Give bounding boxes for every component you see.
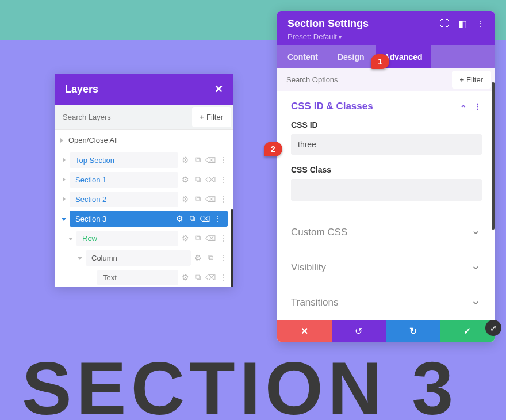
layer-item-text[interactable]: Text bbox=[55, 268, 233, 287]
more-icon[interactable] bbox=[218, 253, 228, 262]
gear-icon[interactable] bbox=[175, 214, 184, 223]
more-icon[interactable] bbox=[218, 234, 228, 243]
css-id-label: CSS ID bbox=[291, 120, 482, 129]
settings-body: CSS ID & Classes CSS ID CSS Class bbox=[277, 91, 494, 215]
layer-label: Row bbox=[76, 231, 178, 246]
chevron-down-icon bbox=[471, 296, 481, 310]
trash-icon[interactable] bbox=[206, 273, 215, 282]
layers-filter-button[interactable]: Filter bbox=[192, 107, 231, 127]
layer-label: Section 2 bbox=[70, 192, 178, 207]
settings-title: Section Settings bbox=[288, 18, 369, 30]
plus-icon bbox=[460, 75, 467, 84]
preset-selector[interactable]: Preset: Default bbox=[288, 32, 484, 41]
more-icon[interactable] bbox=[218, 273, 228, 282]
more-icon[interactable] bbox=[218, 175, 228, 184]
layer-item-top-section[interactable]: Top Section bbox=[55, 150, 233, 170]
gear-icon[interactable] bbox=[181, 175, 190, 184]
resize-handle-icon[interactable] bbox=[485, 320, 501, 336]
duplicate-icon[interactable] bbox=[187, 214, 197, 223]
chevron-down-icon bbox=[471, 226, 481, 239]
layer-item-section-2[interactable]: Section 2 bbox=[55, 189, 233, 209]
redo-button[interactable] bbox=[386, 320, 440, 342]
more-icon[interactable] bbox=[218, 194, 228, 204]
more-icon[interactable] bbox=[474, 102, 482, 111]
fullscreen-icon[interactable] bbox=[440, 18, 449, 29]
group-header-css-id-classes[interactable]: CSS ID & Classes bbox=[291, 101, 482, 112]
duplicate-icon[interactable] bbox=[206, 253, 215, 262]
layer-label: Top Section bbox=[70, 152, 178, 168]
tab-content[interactable]: Content bbox=[288, 45, 318, 68]
filter-label: Filter bbox=[466, 75, 483, 84]
duplicate-icon[interactable] bbox=[193, 234, 202, 243]
group-transitions[interactable]: Transitions bbox=[277, 285, 494, 320]
css-class-label: CSS Class bbox=[291, 165, 482, 174]
gear-icon[interactable] bbox=[181, 273, 190, 282]
chevron-up-icon[interactable] bbox=[460, 102, 467, 111]
layers-scrollbar[interactable] bbox=[231, 209, 233, 287]
caret-icon[interactable] bbox=[60, 157, 67, 163]
tab-design[interactable]: Design bbox=[338, 45, 365, 68]
layer-item-section-3[interactable]: Section 3 bbox=[55, 209, 233, 228]
caret-icon[interactable] bbox=[60, 177, 67, 183]
trash-icon[interactable] bbox=[206, 175, 215, 184]
layers-search-row: Filter bbox=[55, 105, 233, 130]
duplicate-icon[interactable] bbox=[193, 175, 202, 184]
layer-label-active: Section 3 bbox=[70, 211, 228, 227]
caret-icon[interactable] bbox=[60, 196, 67, 203]
expand-icon bbox=[490, 323, 497, 333]
layer-item-row[interactable]: Row bbox=[55, 228, 233, 248]
group-label: Visibility bbox=[291, 262, 326, 273]
close-icon[interactable]: ✕ bbox=[214, 83, 223, 96]
layer-item-section-1[interactable]: Section 1 bbox=[55, 170, 233, 189]
caret-icon[interactable] bbox=[60, 216, 67, 222]
filter-label: Filter bbox=[206, 113, 223, 121]
redo-icon bbox=[409, 326, 417, 337]
trash-icon[interactable] bbox=[200, 214, 209, 223]
annotation-marker-2: 2 bbox=[264, 142, 282, 156]
duplicate-icon[interactable] bbox=[193, 155, 202, 165]
layers-search-input[interactable] bbox=[55, 107, 190, 127]
group-title: CSS ID & Classes bbox=[291, 101, 373, 112]
x-icon bbox=[301, 326, 308, 337]
group-visibility[interactable]: Visibility bbox=[277, 250, 494, 285]
open-close-all[interactable]: Open/Close All bbox=[55, 130, 233, 150]
layers-title: Layers bbox=[65, 83, 98, 96]
caret-icon[interactable] bbox=[76, 255, 83, 261]
cancel-button[interactable] bbox=[277, 320, 332, 342]
trash-icon[interactable] bbox=[206, 194, 215, 204]
settings-header: Section Settings Preset: Default bbox=[277, 11, 494, 45]
duplicate-icon[interactable] bbox=[193, 273, 202, 282]
trash-icon[interactable] bbox=[206, 234, 215, 243]
gear-icon[interactable] bbox=[181, 194, 190, 204]
caret-icon[interactable] bbox=[67, 235, 74, 242]
layer-label-text: Section 3 bbox=[75, 215, 175, 223]
css-id-input[interactable] bbox=[291, 134, 482, 155]
gear-icon[interactable] bbox=[181, 234, 190, 243]
more-icon[interactable] bbox=[213, 214, 222, 223]
settings-footer bbox=[277, 320, 494, 342]
gear-icon[interactable] bbox=[181, 155, 190, 165]
layer-item-column[interactable]: Column bbox=[55, 248, 233, 268]
settings-filter-button[interactable]: Filter bbox=[452, 71, 491, 89]
settings-scrollbar[interactable] bbox=[492, 82, 494, 230]
more-icon[interactable] bbox=[476, 18, 484, 29]
undo-button[interactable] bbox=[332, 320, 386, 342]
layer-tools bbox=[175, 214, 222, 223]
css-class-input[interactable] bbox=[291, 179, 482, 201]
trash-icon[interactable] bbox=[206, 155, 215, 165]
snap-icon[interactable] bbox=[458, 18, 467, 29]
check-icon bbox=[463, 326, 471, 337]
more-icon[interactable] bbox=[218, 155, 228, 165]
chevron-down-icon bbox=[471, 261, 481, 274]
layer-label: Text bbox=[97, 270, 178, 285]
layer-tools bbox=[181, 175, 228, 184]
undo-icon bbox=[355, 326, 362, 337]
settings-search-input[interactable] bbox=[277, 69, 448, 90]
gear-icon[interactable] bbox=[193, 253, 202, 262]
group-label: Transitions bbox=[291, 297, 339, 308]
duplicate-icon[interactable] bbox=[193, 194, 202, 204]
settings-header-icons bbox=[440, 18, 484, 29]
layers-body: Open/Close All Top Section Section 1 bbox=[55, 130, 233, 287]
layer-tools bbox=[193, 253, 228, 262]
group-custom-css[interactable]: Custom CSS bbox=[277, 215, 494, 250]
